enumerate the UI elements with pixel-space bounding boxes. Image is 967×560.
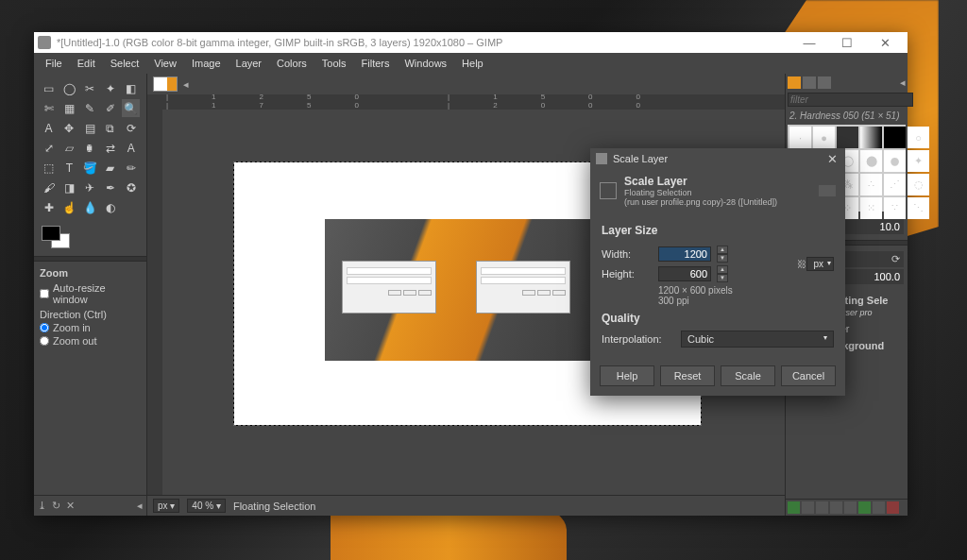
tool-blur[interactable]: 💧 (81, 198, 99, 216)
tool-color-picker[interactable]: ✐ (101, 99, 119, 117)
tool-foreground[interactable]: ▦ (60, 99, 78, 117)
tool-pencil[interactable]: ✏ (122, 159, 140, 177)
tool-bucket[interactable]: 🪣 (81, 159, 99, 177)
tool-align[interactable]: ▤ (81, 119, 99, 137)
dialog-titlebar[interactable]: Scale Layer ✕ (590, 148, 845, 169)
merge-layer-icon[interactable] (873, 501, 885, 514)
reset-button[interactable]: Reset (660, 365, 715, 386)
tool-rect-select[interactable]: ▭ (40, 79, 58, 97)
opt-zoom-in[interactable]: Zoom in (40, 322, 141, 333)
anchor-layer-icon[interactable] (858, 501, 871, 514)
tool-ellipse-select[interactable]: ◯ (60, 79, 78, 97)
tool-fuzzy-select[interactable]: ✦ (101, 79, 119, 97)
tool-measure[interactable]: A (40, 119, 58, 137)
tool-text[interactable]: T (60, 159, 78, 177)
brush-preset[interactable] (884, 127, 906, 148)
tool-rotate[interactable]: ⟳ (122, 119, 140, 137)
brush-preset[interactable]: ● (884, 150, 906, 172)
tool-dodge[interactable]: ◐ (101, 198, 119, 216)
brush-preset[interactable]: ⬤ (860, 150, 882, 172)
menu-windows[interactable]: Windows (397, 56, 454, 71)
floating-selection[interactable] (325, 219, 608, 361)
lower-layer-icon[interactable] (830, 501, 842, 514)
brush-preset[interactable]: · (789, 127, 811, 148)
tool-perspective[interactable]: ⧯ (81, 139, 99, 157)
tab-patterns-icon[interactable] (803, 76, 816, 89)
brush-filter-input[interactable] (788, 93, 913, 107)
menu-filters[interactable]: Filters (354, 56, 398, 71)
footer-icon[interactable]: ◂ (137, 500, 143, 512)
tool-airbrush[interactable]: ✈ (81, 178, 99, 196)
tool-gradient[interactable]: ▰ (101, 159, 119, 177)
tab-brushes-icon[interactable] (788, 76, 801, 89)
menu-file[interactable]: File (38, 56, 70, 71)
tool-heal[interactable]: ✚ (40, 198, 58, 216)
ruler-vertical[interactable] (147, 110, 162, 495)
tab-fonts-icon[interactable] (818, 76, 831, 89)
brush-preset[interactable]: ◌ (908, 174, 929, 195)
tool-crop[interactable]: ⧉ (101, 119, 119, 137)
opt-zoom-out[interactable]: Zoom out (40, 335, 141, 347)
tool-scissors[interactable]: ✄ (40, 99, 58, 117)
tool-eraser[interactable]: ◨ (60, 178, 78, 196)
chain-link-icon[interactable]: ⛓ (797, 246, 806, 282)
tool-move[interactable]: ✥ (60, 119, 78, 137)
brush-preset[interactable]: ⋱ (908, 197, 929, 219)
ruler-horizontal[interactable]: 0 |250 |500 |750 |1000 |1250 |1500 |1750… (162, 94, 785, 110)
footer-icon[interactable]: ⤓ (38, 500, 46, 512)
brush-preset[interactable]: ✦ (908, 150, 929, 172)
minimize-button[interactable]: — (790, 32, 828, 53)
image-tab[interactable] (153, 76, 178, 92)
brush-preset[interactable]: ∴ (860, 174, 882, 195)
maximize-button[interactable]: ☐ (828, 32, 866, 53)
brush-preset[interactable] (837, 127, 858, 148)
opt-autoresize[interactable]: Auto-resize window (40, 282, 141, 305)
width-spinner[interactable]: ▲▼ (717, 246, 728, 263)
status-unit[interactable]: px ▾ (153, 499, 179, 513)
menu-layer[interactable]: Layer (229, 56, 270, 71)
brush-preset[interactable]: ● (813, 127, 835, 148)
tool-warp[interactable]: ⬚ (40, 159, 58, 177)
delete-layer-icon[interactable] (887, 501, 899, 514)
tool-shear[interactable]: ▱ (60, 139, 78, 157)
layer-group-icon[interactable] (802, 501, 814, 514)
close-button[interactable]: ✕ (866, 32, 904, 53)
duplicate-layer-icon[interactable] (844, 501, 857, 514)
interpolation-select[interactable]: Cubic (681, 331, 834, 348)
menu-help[interactable]: Help (454, 56, 491, 71)
tool-cage[interactable]: A (122, 139, 140, 157)
fg-color-swatch[interactable] (42, 226, 60, 241)
titlebar[interactable]: *[Untitled]-1.0 (RGB color 8-bit gamma i… (34, 32, 908, 53)
tool-flip[interactable]: ⇄ (101, 139, 119, 157)
tool-paths[interactable]: ✎ (81, 99, 99, 117)
tool-by-color[interactable]: ◧ (122, 79, 140, 97)
tool-smudge[interactable]: ☝ (60, 198, 78, 216)
brush-preset[interactable]: ⋰ (884, 174, 906, 195)
menu-colors[interactable]: Colors (269, 56, 314, 71)
menu-edit[interactable]: Edit (70, 56, 103, 71)
footer-icon[interactable]: ↻ (52, 500, 60, 512)
height-spinner[interactable]: ▲▼ (717, 265, 728, 282)
dock-menu-icon[interactable]: ◂ (900, 76, 906, 89)
tool-scale[interactable]: ⤢ (40, 139, 58, 157)
help-button[interactable]: Help (600, 365, 654, 386)
tool-paintbrush[interactable]: 🖌 (40, 178, 58, 196)
tab-menu-icon[interactable]: ◂ (183, 78, 189, 91)
unit-selector[interactable]: px (806, 257, 834, 271)
tool-zoom[interactable]: 🔍 (122, 99, 140, 117)
status-zoom[interactable]: 40 % ▾ (187, 499, 226, 513)
dialog-reset-icon[interactable] (819, 185, 836, 196)
raise-layer-icon[interactable] (816, 501, 828, 514)
menu-select[interactable]: Select (103, 56, 147, 71)
scale-button[interactable]: Scale (721, 365, 775, 386)
new-layer-icon[interactable] (788, 501, 800, 514)
cancel-button[interactable]: Cancel (781, 365, 836, 386)
menu-view[interactable]: View (146, 56, 184, 71)
width-input[interactable] (658, 246, 711, 262)
fg-bg-color[interactable] (34, 222, 146, 256)
dialog-close-button[interactable]: ✕ (824, 152, 840, 166)
height-input[interactable] (658, 266, 711, 281)
tool-ink[interactable]: ✒ (101, 178, 119, 196)
brush-preset[interactable]: ○ (908, 127, 929, 148)
menu-image[interactable]: Image (184, 56, 229, 71)
